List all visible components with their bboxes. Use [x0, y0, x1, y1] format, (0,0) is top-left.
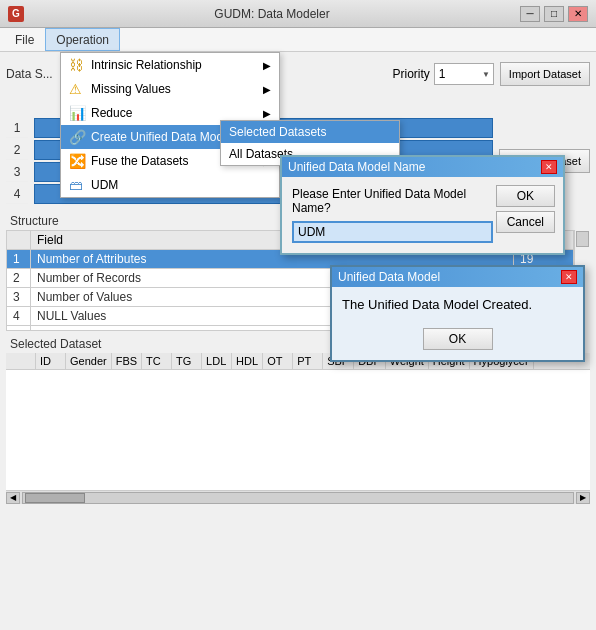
unified-dialog-titlebar: Unified Data Model ✕: [332, 267, 583, 287]
priority-area: Priority 1: [393, 63, 494, 85]
udm-icon: 🗃: [69, 177, 85, 193]
row-3-num: 3: [6, 162, 28, 182]
app-icon: G: [8, 6, 24, 22]
dropdown-missing-values[interactable]: ⚠ Missing Values ▶: [61, 77, 279, 101]
udm-name-dialog[interactable]: Unified Data Model Name ✕ Please Enter U…: [280, 155, 565, 255]
udm-name-dialog-title: Unified Data Model Name: [288, 160, 425, 174]
col-empty: [6, 353, 36, 369]
col-pt: PT: [293, 353, 323, 369]
priority-select-wrapper: 1: [434, 63, 494, 85]
missing-icon: ⚠: [69, 81, 85, 97]
row2-num: 2: [7, 269, 31, 288]
col-tc: TC: [142, 353, 172, 369]
udm-name-close-button[interactable]: ✕: [541, 160, 557, 174]
unified-dialog-body: The Unified Data Model Created. OK: [332, 287, 583, 360]
chain-icon: ⛓: [69, 57, 85, 73]
import-dataset-button[interactable]: Import Dataset: [500, 62, 590, 86]
reduce-icon: 📊: [69, 105, 85, 121]
row1-num: 1: [7, 250, 31, 269]
scroll-thumb[interactable]: [25, 493, 85, 503]
dropdown-intrinsic-relationship[interactable]: ⛓ Intrinsic Relationship ▶: [61, 53, 279, 77]
row-4-num: 4: [6, 184, 28, 204]
window-title: GUDM: Data Modeler: [24, 7, 520, 21]
spacer-top: [6, 94, 28, 116]
minimize-button[interactable]: ─: [520, 6, 540, 22]
priority-label: Priority: [393, 67, 430, 81]
col-tg: TG: [172, 353, 202, 369]
submenu-arrow-1: ▶: [263, 84, 271, 95]
row3-num: 3: [7, 288, 31, 307]
udm-name-ok-button[interactable]: OK: [496, 185, 555, 207]
unified-data-model-dialog[interactable]: Unified Data Model ✕ The Unified Data Mo…: [330, 265, 585, 362]
unified-dialog-ok-container: OK: [342, 328, 573, 350]
fuse-icon: 🔀: [69, 153, 85, 169]
udm-name-input[interactable]: [292, 221, 493, 243]
scroll-right[interactable]: ▶: [576, 492, 590, 504]
udm-name-dialog-titlebar: Unified Data Model Name ✕: [282, 157, 563, 177]
col-ot: OT: [263, 353, 293, 369]
col-ldl: LDL: [202, 353, 232, 369]
title-bar: G GUDM: Data Modeler ─ □ ✕: [0, 0, 596, 28]
menu-file[interactable]: File: [4, 28, 45, 51]
maximize-button[interactable]: □: [544, 6, 564, 22]
data-label: Data S...: [6, 67, 53, 81]
bottom-scrollbar[interactable]: ◀ ▶: [6, 490, 590, 504]
col-gender: Gender: [66, 353, 112, 369]
scroll-track[interactable]: [22, 492, 574, 504]
udm-name-dialog-body: Please Enter Unified Data Model Name? OK…: [282, 177, 563, 253]
row-numbers: 1 2 3 4: [6, 94, 28, 204]
menu-operation[interactable]: Operation: [45, 28, 120, 51]
scroll-left[interactable]: ◀: [6, 492, 20, 504]
row-2-num: 2: [6, 140, 28, 160]
dropdown-udm[interactable]: 🗃 UDM: [61, 173, 279, 197]
menu-bar: File Operation ⛓ Intrinsic Relationship …: [0, 28, 596, 52]
row4-num: 4: [7, 307, 31, 326]
submenu-arrow-0: ▶: [263, 60, 271, 71]
submenu-arrow-2: ▶: [263, 108, 271, 119]
row5-num: [7, 326, 31, 331]
submenu-selected-datasets[interactable]: Selected Datasets: [221, 121, 399, 143]
unified-ok-button[interactable]: OK: [423, 328, 493, 350]
udm-name-buttons: OK Cancel: [496, 185, 555, 233]
udm-name-prompt: Please Enter Unified Data Model Name?: [292, 187, 493, 215]
title-bar-controls: ─ □ ✕: [520, 6, 588, 22]
col-fbs: FBS: [112, 353, 142, 369]
udm-name-cancel-button[interactable]: Cancel: [496, 211, 555, 233]
col-num-header: [7, 231, 31, 250]
create-udm-icon: 🔗: [69, 129, 85, 145]
selected-dataset-body: [6, 370, 590, 490]
right-btn-spacer: [499, 125, 590, 147]
unified-dialog-title: Unified Data Model: [338, 270, 440, 284]
row-1-num: 1: [6, 118, 28, 138]
col-hdl: HDL: [232, 353, 263, 369]
priority-select[interactable]: 1: [434, 63, 494, 85]
close-button[interactable]: ✕: [568, 6, 588, 22]
unified-close-button[interactable]: ✕: [561, 270, 577, 284]
unified-dialog-message: The Unified Data Model Created.: [342, 297, 573, 312]
col-id: ID: [36, 353, 66, 369]
